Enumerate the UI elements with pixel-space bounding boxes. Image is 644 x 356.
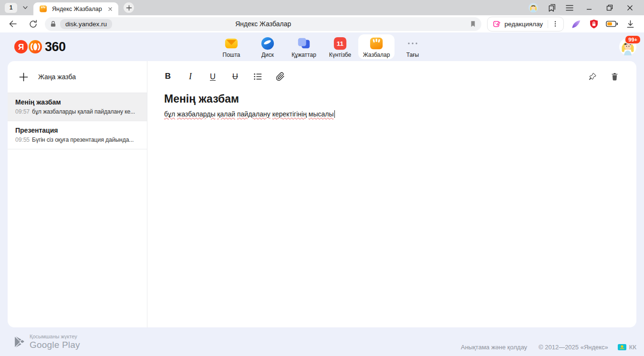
kazakhstan-flag-icon <box>618 344 626 350</box>
service-label: Диск <box>261 52 274 58</box>
more-dots-icon <box>407 36 418 51</box>
window-minimize-button[interactable] <box>579 0 599 15</box>
downloads-button[interactable] <box>621 17 639 31</box>
italic-glyph: I <box>189 72 192 82</box>
notification-badge: 99+ <box>624 35 641 44</box>
browser-tab[interactable]: Яндекс Жазбалар <box>33 2 118 15</box>
new-note-button[interactable]: Жаңа жазба <box>8 61 147 93</box>
edit-sticker-icon <box>493 20 501 28</box>
page-footer: Қосымшаны жүктеу Google Play Анықтама жә… <box>0 327 644 356</box>
hamburger-menu-icon <box>566 5 573 11</box>
new-tab-button[interactable] <box>124 2 134 13</box>
notes-app-content: Жаңа жазба Менің жазбам 09:57 бұл жазбал… <box>8 61 636 327</box>
edit-more-button[interactable] <box>548 17 562 31</box>
documents-icon <box>297 36 311 51</box>
copyright-text: © 2012—2025 «Яндекс» <box>539 344 608 351</box>
url-text[interactable]: disk.yandex.ru <box>60 19 112 29</box>
yandex-logo-icon: Я <box>14 40 28 53</box>
note-time: 09:57 <box>15 108 30 115</box>
bold-glyph: B <box>165 72 171 81</box>
window-close-button[interactable] <box>620 0 640 15</box>
google-play-caption: Қосымшаны жүктеу <box>30 334 80 339</box>
service-label: Жазбалар <box>363 52 390 58</box>
browser-tab-bar: 1 Яндекс Жазбалар <box>0 0 644 15</box>
browser-menu-button[interactable] <box>561 1 579 14</box>
edit-mode-label: редакциялау <box>504 21 543 28</box>
shield-lock-icon <box>589 19 599 29</box>
language-switcher[interactable]: КК <box>618 344 636 351</box>
google-play-icon <box>13 336 25 348</box>
new-note-label: Жаңа жазба <box>38 73 76 81</box>
note-body-field[interactable]: бұл жазбаларды қалай пайдалану керектігі… <box>164 110 619 118</box>
service-mail[interactable]: Пошта <box>213 34 249 59</box>
note-time: 09:55 <box>15 136 30 143</box>
logo-360-text: 360 <box>45 40 66 54</box>
battery-indicator[interactable] <box>603 17 621 31</box>
note-list-item[interactable]: Менің жазбам 09:57 бұл жазбаларды қалай … <box>8 93 147 121</box>
plus-icon <box>126 5 132 11</box>
browser-pen-extension-button[interactable] <box>567 17 585 31</box>
note-title-field[interactable]: Менің жазбам <box>164 93 619 105</box>
tab-group-badge[interactable]: 1 <box>5 3 17 13</box>
lock-icon <box>50 20 57 28</box>
note-preview: бұл жазбаларды қалай пайдалану ке... <box>32 108 135 115</box>
tab-close-button[interactable] <box>106 5 114 13</box>
service-more[interactable]: Тағы <box>395 34 431 59</box>
plus-icon <box>19 72 29 82</box>
service-label: Тағы <box>406 52 419 58</box>
service-docs[interactable]: Құжаттар <box>286 34 322 59</box>
strikethrough-button[interactable]: U <box>228 69 243 84</box>
bold-button[interactable]: B <box>160 69 176 84</box>
notes-favicon <box>39 5 47 13</box>
delete-note-button[interactable] <box>607 69 622 84</box>
back-arrow-icon <box>8 19 18 29</box>
notes-icon <box>369 36 384 51</box>
svg-text:Я: Я <box>18 42 24 52</box>
tab-list-chevron-button[interactable] <box>19 1 31 14</box>
google-play-link[interactable]: Қосымшаны жүктеу Google Play <box>13 334 80 350</box>
360-logo-icon <box>29 40 42 53</box>
note-list-item[interactable]: Презентация 09:55 Бүгін сіз оқуға презен… <box>8 121 147 149</box>
protect-shield-button[interactable] <box>585 17 603 31</box>
attach-button[interactable] <box>272 69 288 84</box>
reload-icon <box>29 20 38 29</box>
service-label: Күнтізбе <box>329 52 352 58</box>
download-icon <box>626 20 635 29</box>
chevron-down-icon <box>22 4 29 11</box>
service-disk[interactable]: Диск <box>249 34 286 59</box>
back-button[interactable] <box>6 17 20 31</box>
window-restore-button[interactable] <box>599 0 620 15</box>
service-label: Құжаттар <box>291 52 316 58</box>
battery-icon <box>606 19 618 29</box>
reload-button[interactable] <box>26 17 40 31</box>
help-link[interactable]: Анықтама және қолдау <box>461 344 527 351</box>
close-icon <box>107 6 114 12</box>
bookmark-button[interactable] <box>469 20 477 28</box>
kebab-menu-icon <box>552 21 559 27</box>
italic-button[interactable]: I <box>183 69 198 84</box>
profile-avatar[interactable]: 99+ <box>619 38 636 55</box>
yandex360-logo[interactable]: Я 360 <box>14 40 66 54</box>
language-label: КК <box>629 344 636 351</box>
pin-icon <box>588 72 597 81</box>
bookmark-icon <box>469 20 477 28</box>
yandex360-header: Я 360 Пошта <box>0 32 644 61</box>
service-calendar[interactable]: 11 Күнтізбе <box>322 34 358 59</box>
omnibox[interactable]: disk.yandex.ru Яндекс Жазбалар <box>45 17 481 31</box>
browser-address-bar: disk.yandex.ru Яндекс Жазбалар редакциял… <box>0 15 644 32</box>
service-notes[interactable]: Жазбалар <box>358 34 395 59</box>
notes-sidebar: Жаңа жазба Менің жазбам 09:57 бұл жазбал… <box>8 61 147 327</box>
edit-mode-button[interactable]: редакциялау <box>487 17 564 31</box>
close-icon <box>627 5 633 11</box>
services-nav: Пошта Диск Құжаттар <box>213 32 431 61</box>
pin-note-button[interactable] <box>585 69 600 84</box>
trash-icon <box>611 72 619 81</box>
list-button[interactable] <box>250 69 265 84</box>
underline-button[interactable]: U <box>205 69 220 84</box>
tab-title: Яндекс Жазбалар <box>52 6 106 12</box>
bookmarks-panel-button[interactable] <box>542 1 561 14</box>
note-preview: Бүгін сіз оқуға презентация дайында... <box>32 136 134 143</box>
paperclip-icon <box>276 72 285 81</box>
bookmarks-icon <box>547 3 556 12</box>
browser-profile-avatar[interactable] <box>524 1 542 14</box>
